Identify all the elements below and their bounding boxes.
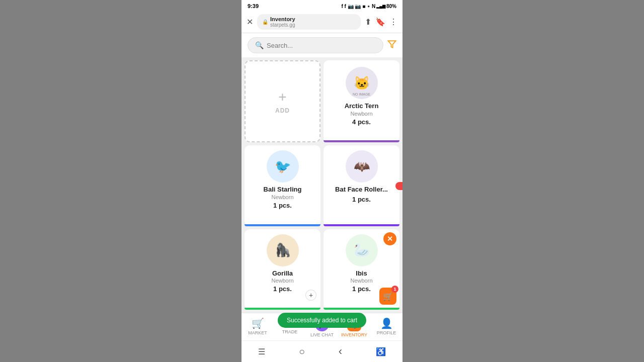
status-icons: f f 📷 📷 ■ ● N ▂▄▆ 80% <box>341 4 396 9</box>
item-card-arctic-tern[interactable]: 🐱 NO IMAGE Arctic Tern Newborn 4 pcs. <box>324 60 399 142</box>
add-item-card[interactable]: + ADD <box>245 60 320 142</box>
item-stage-gorilla: Newborn <box>271 278 293 284</box>
nav-item-profile[interactable]: 👤 PROFILE <box>370 316 403 338</box>
item-image-gorilla: 🦍 <box>267 234 299 266</box>
livechat-label: LIVE CHAT <box>310 332 334 337</box>
status-dot: ● <box>367 4 370 9</box>
item-card-bat-face-roller[interactable]: 🦇 Bat Face Roller... 1 pcs. <box>324 145 399 226</box>
item-stage-arctic-tern: Newborn <box>350 111 372 117</box>
search-bar: 🔍 <box>242 33 403 57</box>
item-image-arctic-tern: 🐱 NO IMAGE <box>346 67 378 99</box>
search-input-wrap[interactable]: 🔍 <box>248 37 383 53</box>
item-card-gorilla[interactable]: 🦍 Gorilla Newborn 1 pcs. + <box>245 229 320 310</box>
item-name-bat-face-roller: Bat Face Roller... <box>335 186 388 194</box>
profile-icon: 👤 <box>380 317 393 329</box>
filter-button[interactable] <box>387 40 396 51</box>
side-red-dot <box>395 182 403 190</box>
market-icon: 🛒 <box>252 317 264 329</box>
page-title: Inventory <box>270 16 295 22</box>
status-bar: 9:39 f f 📷 📷 ■ ● N ▂▄▆ 80% <box>242 0 403 11</box>
profile-label: PROFILE <box>377 330 396 335</box>
browser-actions: ⬆ 🔖 ⋮ <box>365 17 397 27</box>
item-bar-bali-starling <box>245 224 320 226</box>
item-name-arctic-tern: Arctic Tern <box>345 102 379 110</box>
item-name-ibis: Ibis <box>356 269 367 278</box>
sys-menu-icon[interactable]: ☰ <box>258 347 265 356</box>
item-qty-ibis: 1 pcs. <box>352 285 371 293</box>
x-icon: ✕ <box>387 235 393 243</box>
item-qty-arctic-tern: 4 pcs. <box>352 118 371 126</box>
close-icon[interactable]: ✕ <box>247 17 253 27</box>
status-fb-icons: f f 📷 📷 ■ <box>341 4 365 9</box>
sys-home-icon[interactable]: ○ <box>299 346 305 357</box>
share-icon[interactable]: ⬆ <box>365 17 371 27</box>
item-bar-gorilla <box>245 308 320 310</box>
cart-icon: 🛒 <box>383 292 393 301</box>
cart-badge: 1 <box>391 286 398 293</box>
item-qty-bat-face-roller: 1 pcs. <box>352 196 371 203</box>
market-label: MARKET <box>248 330 267 335</box>
item-name-gorilla: Gorilla <box>272 269 293 278</box>
status-network: N <box>372 4 375 9</box>
add-to-cart-ibis-button[interactable]: 🛒 1 <box>379 288 396 305</box>
status-time: 9:39 <box>248 3 259 9</box>
add-overlay-gorilla[interactable]: + <box>305 290 316 301</box>
item-image-ibis: 🦢 <box>346 234 378 266</box>
system-nav: ☰ ○ ‹ ♿ <box>242 340 403 362</box>
lock-icon: 🔒 <box>262 19 268 25</box>
item-bar-bat-face-roller <box>324 224 399 226</box>
browser-bar: ✕ 🔒 Inventory starpets.gg ⬆ 🔖 ⋮ <box>242 11 403 33</box>
menu-icon[interactable]: ⋮ <box>389 17 397 27</box>
inventory-label: INVENTORY <box>341 332 367 337</box>
status-signal: ▂▄▆ <box>376 4 385 9</box>
no-image-label: NO IMAGE <box>353 93 370 96</box>
site-name: starpets.gg <box>270 22 295 28</box>
item-stage-ibis: Newborn <box>350 278 372 284</box>
item-image-bat-face-roller: 🦇 <box>346 150 378 183</box>
item-name-bali-starling: Bali Starling <box>264 186 302 194</box>
sys-access-icon[interactable]: ♿ <box>376 347 386 356</box>
svg-marker-0 <box>388 41 396 48</box>
item-bar-arctic-tern <box>324 140 399 142</box>
add-label: ADD <box>275 107 290 114</box>
remove-ibis-button[interactable]: ✕ <box>383 232 396 245</box>
search-icon: 🔍 <box>255 41 264 49</box>
item-stage-bali-starling: Newborn <box>271 194 293 200</box>
status-battery: 80% <box>386 4 396 9</box>
trade-label: TRADE <box>282 329 298 334</box>
add-plus-icon: + <box>278 90 286 104</box>
inventory-grid: + ADD 🐱 NO IMAGE Arctic Tern Newborn 4 p… <box>242 57 403 313</box>
toast-notification: Successfully added to cart <box>278 313 366 328</box>
bookmark-icon[interactable]: 🔖 <box>375 17 385 27</box>
item-card-bali-starling[interactable]: 🐦 Bali Starling Newborn 1 pcs. <box>245 145 320 226</box>
item-qty-gorilla: 1 pcs. <box>273 285 292 293</box>
nav-item-market[interactable]: 🛒 MARKET <box>242 316 274 338</box>
browser-url-bar[interactable]: 🔒 Inventory starpets.gg <box>257 14 361 30</box>
item-card-ibis[interactable]: ✕ 🦢 Ibis Newborn 1 pcs. 🛒 1 <box>324 229 399 310</box>
item-bar-ibis <box>324 308 399 310</box>
item-qty-bali-starling: 1 pcs. <box>273 202 292 209</box>
item-image-bali-starling: 🐦 <box>267 150 299 183</box>
sys-back-icon[interactable]: ‹ <box>339 345 342 358</box>
search-input[interactable] <box>267 42 376 49</box>
